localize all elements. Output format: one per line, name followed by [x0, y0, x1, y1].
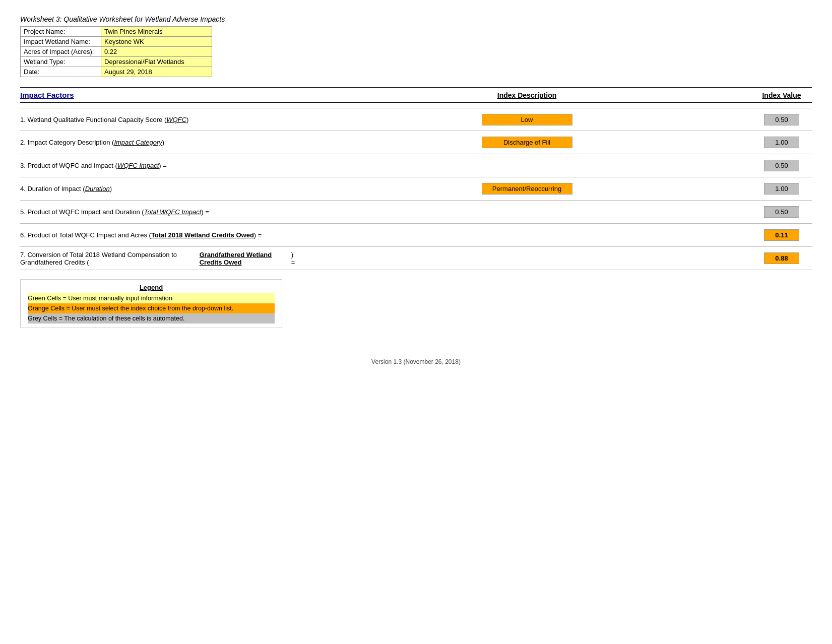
index-val-cell-3: 0.50 [751, 154, 812, 177]
info-label: Acres of Impact (Acres): [21, 47, 101, 57]
info-table: Project Name:Twin Pines MineralsImpact W… [20, 26, 212, 77]
impact-label-7: 7. Conversion of Total 2018 Wetland Comp… [20, 247, 302, 270]
footer: Version 1.3 (November 26, 2018) [20, 358, 812, 365]
legend-item-1: Orange Cells = User must select the inde… [28, 303, 275, 313]
impact-label-3: 3. Product of WQFC and Impact (WQFC Impa… [20, 154, 302, 177]
index-val-cell-6: 0.11 [751, 224, 812, 246]
index-desc-cell-5 [302, 201, 751, 223]
index-val-cell-5: 0.50 [751, 201, 812, 223]
header-index-value: Index Value [751, 91, 812, 99]
impact-label-1: 1. Wetland Qualitative Functional Capaci… [20, 108, 302, 131]
impact-label-2: 2. Impact Category Description (Impact C… [20, 131, 302, 154]
info-value: 0.22 [101, 47, 212, 57]
index-val-cell-1: 0.50 [751, 108, 812, 131]
legend-title: Legend [28, 284, 275, 291]
impact-label-6: 6. Product of Total WQFC Impact and Acre… [20, 224, 302, 246]
index-desc-cell-2: Discharge of Fill [302, 131, 751, 154]
header-index-description: Index Description [302, 91, 751, 99]
impact-label-5: 5. Product of WQFC Impact and Duration (… [20, 201, 302, 223]
index-val-cell-2: 1.00 [751, 131, 812, 154]
index-val-box-7: 0.88 [764, 252, 799, 264]
impact-row-1: 1. Wetland Qualitative Functional Capaci… [20, 108, 812, 131]
index-desc-cell-4: Permanent/Reoccurring [302, 177, 751, 200]
impact-row-5: 5. Product of WQFC Impact and Duration (… [20, 201, 812, 224]
info-label: Impact Wetland Name: [21, 37, 101, 47]
legend-section: Legend Green Cells = User must manually … [20, 279, 282, 328]
index-desc-cell-1: Low [302, 108, 751, 131]
info-value: Depressional/Flat Wetlands [101, 57, 212, 67]
info-value: August 29, 2018 [101, 67, 212, 77]
impact-row-3: 3. Product of WQFC and Impact (WQFC Impa… [20, 154, 812, 177]
index-val-box-4: 1.00 [764, 183, 799, 195]
index-desc-box-2: Discharge of Fill [482, 137, 572, 148]
legend-item-0: Green Cells = User must manually input i… [28, 293, 275, 303]
impact-row-4: 4. Duration of Impact (Duration)Permanen… [20, 177, 812, 201]
info-value: Twin Pines Minerals [101, 27, 212, 37]
index-val-box-3: 0.50 [764, 160, 799, 171]
index-val-box-1: 0.50 [764, 114, 799, 125]
header-impact-factors: Impact Factors [20, 91, 302, 99]
section-headers: Impact Factors Index Description Index V… [20, 87, 812, 103]
worksheet-title: Worksheet 3: Qualitative Worksheet for W… [20, 15, 812, 23]
impact-row-2: 2. Impact Category Description (Impact C… [20, 131, 812, 154]
info-value: Keystone WK [101, 37, 212, 47]
index-desc-box-1: Low [482, 114, 572, 125]
index-val-box-2: 1.00 [764, 137, 799, 148]
index-desc-box-4: Permanent/Reoccurring [482, 183, 572, 195]
index-desc-cell-6 [302, 224, 751, 246]
info-label: Date: [21, 67, 101, 77]
index-val-box-5: 0.50 [764, 206, 799, 218]
impact-rows-container: 1. Wetland Qualitative Functional Capaci… [20, 108, 812, 270]
impact-row-6: 6. Product of Total WQFC Impact and Acre… [20, 224, 812, 247]
info-label: Wetland Type: [21, 57, 101, 67]
index-desc-cell-3 [302, 154, 751, 177]
index-val-cell-7: 0.88 [751, 247, 812, 270]
impact-label-4: 4. Duration of Impact (Duration) [20, 177, 302, 200]
legend-item-2: Grey Cells = The calculation of these ce… [28, 313, 275, 324]
index-val-box-6: 0.11 [764, 229, 799, 241]
info-label: Project Name: [21, 27, 101, 37]
index-desc-cell-7 [302, 247, 751, 270]
impact-row-7: 7. Conversion of Total 2018 Wetland Comp… [20, 247, 812, 270]
index-val-cell-4: 1.00 [751, 177, 812, 200]
legend-items: Green Cells = User must manually input i… [28, 293, 275, 324]
